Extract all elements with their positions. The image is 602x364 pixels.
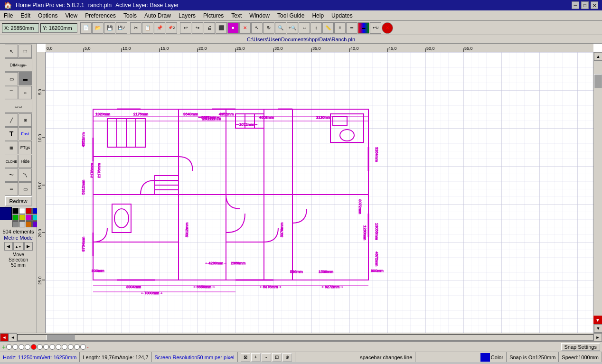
line-tool[interactable]: ╱	[5, 113, 18, 127]
scroll-up-button[interactable]: ▲	[594, 52, 602, 61]
zoom-in-status-button[interactable]: +	[251, 353, 261, 362]
color-button[interactable]: ▬	[358, 22, 369, 34]
color-white[interactable]	[19, 208, 25, 214]
menu-text[interactable]: Text	[227, 11, 245, 20]
zoom-reset-button[interactable]: ⊠	[241, 353, 250, 362]
flip-h-button[interactable]: ↔	[299, 22, 310, 34]
scroll-left-button[interactable]: ◄	[0, 333, 9, 342]
save-as-button[interactable]: 💾	[104, 22, 115, 34]
arc-tool[interactable]: ⌒	[5, 86, 18, 99]
clone-tool[interactable]: CLONE	[5, 155, 18, 168]
rotate-button[interactable]: ↻	[263, 22, 274, 34]
rect-select-tool[interactable]: ▭	[19, 182, 32, 196]
snap-circle-3[interactable]	[19, 344, 24, 350]
menu-layers[interactable]: Layers	[175, 11, 199, 20]
color-black[interactable]	[12, 208, 19, 214]
snap-remove-button[interactable]: -	[86, 343, 89, 351]
arrow-left[interactable]: ◀	[4, 242, 13, 251]
print2-button[interactable]: ⬛	[216, 22, 227, 34]
line-style-button[interactable]: ━	[346, 22, 357, 34]
menu-file[interactable]: File	[0, 11, 17, 20]
layers-button[interactable]: ≡	[334, 22, 346, 34]
new-button[interactable]: 📄	[80, 22, 92, 34]
paste2-button[interactable]: 📌2	[166, 22, 177, 34]
undo-button[interactable]: ↩	[180, 22, 191, 34]
canvas-area[interactable]: 0,0 5,0 10,0 15,0 20,0 25,0 30,0 35,0 40…	[37, 44, 602, 333]
snap-settings-button[interactable]: Snap Settings	[561, 343, 601, 351]
snap-circle-7[interactable]	[43, 344, 49, 350]
scroll-down-button[interactable]: ▼	[594, 324, 602, 333]
delete-button[interactable]: ✕	[239, 22, 251, 34]
solid-line-tool[interactable]: ━	[5, 182, 18, 196]
redo-button[interactable]: ↪	[192, 22, 203, 34]
color-red[interactable]	[26, 208, 32, 214]
zoom-button[interactable]: 🔍	[275, 22, 286, 34]
color-gray[interactable]	[12, 221, 19, 227]
snap-circle-4[interactable]	[25, 344, 30, 350]
curve-tool[interactable]: 〽	[19, 168, 32, 182]
color-green[interactable]	[12, 215, 19, 221]
zoom-fit-button[interactable]: ⊡	[272, 353, 282, 362]
marquee-tool[interactable]: ⬚	[19, 45, 32, 58]
menu-pictures[interactable]: Pictures	[199, 11, 227, 20]
snap-circle-8[interactable]	[49, 344, 55, 350]
snap-circle-11[interactable]	[68, 344, 74, 350]
rect-tool[interactable]: ▭	[5, 72, 18, 85]
zoom-in-button[interactable]: +🔍	[287, 22, 298, 34]
zoom-out-status-button[interactable]: -	[262, 353, 271, 362]
zoom-custom-button[interactable]: ⊕	[282, 353, 292, 362]
dim-tool[interactable]: DIM+sgn+	[5, 58, 32, 72]
fast-text-tool[interactable]: Fast	[19, 127, 32, 140]
pointer-tool[interactable]: ↖	[5, 45, 18, 58]
fill-button[interactable]: ■	[227, 22, 239, 34]
menu-tool-guide[interactable]: Tool Guide	[273, 11, 308, 20]
menu-window[interactable]: Window	[245, 11, 273, 20]
select-button[interactable]: ↖	[251, 22, 263, 34]
close-button[interactable]: ✕	[591, 1, 598, 9]
snap-circle-10[interactable]	[62, 344, 67, 350]
arrow-right[interactable]: ▶	[24, 242, 33, 251]
arrow-up-down[interactable]: ▲▼	[13, 242, 24, 251]
grid-tool[interactable]: ⊞	[19, 113, 32, 127]
snap-circle-5[interactable]	[31, 344, 37, 350]
snap-circle-2[interactable]	[12, 344, 18, 350]
menu-preferences[interactable]: Preferences	[81, 11, 120, 20]
open-button[interactable]: 📂	[92, 22, 103, 34]
color-indicator[interactable]	[480, 353, 490, 362]
snap-circle-9[interactable]	[56, 344, 61, 350]
redraw-button[interactable]: Redraw	[5, 196, 32, 206]
figs-tool[interactable]: FTgs	[19, 141, 32, 154]
copy-button[interactable]: 📋	[142, 22, 153, 34]
wave-tool[interactable]: 〜	[5, 168, 18, 182]
print-button[interactable]: 🖨	[204, 22, 215, 34]
floorplan-canvas[interactable]: 1920mm 2176mm 3648mm 4352mm 26112mm ←627…	[46, 52, 593, 333]
paste-button[interactable]: 📌	[154, 22, 165, 34]
color-magenta[interactable]	[26, 215, 32, 221]
menu-view[interactable]: View	[61, 11, 81, 20]
save-button[interactable]: 💾✓	[116, 22, 127, 34]
menu-edit[interactable]: Edit	[17, 11, 34, 20]
snap-circle-1[interactable]	[6, 344, 12, 350]
maximize-button[interactable]: □	[581, 1, 589, 9]
menu-options[interactable]: Options	[34, 11, 61, 20]
scroll-thumb[interactable]	[594, 74, 602, 88]
hide-tool[interactable]: Hide	[19, 155, 32, 168]
menu-auto-draw[interactable]: Auto Draw	[141, 11, 175, 20]
h-scrollbar-track[interactable]	[17, 334, 593, 341]
snap-circle-12[interactable]	[74, 344, 80, 350]
current-color[interactable]	[0, 207, 12, 220]
filled-rect-tool[interactable]: ▬	[19, 72, 32, 85]
snap-circle-13[interactable]	[80, 344, 86, 350]
flip-v-button[interactable]: ↕	[310, 22, 322, 34]
undo2-button[interactable]: ↩U	[370, 22, 381, 34]
close2-button[interactable]: ✕	[382, 22, 393, 34]
snap-circle-6[interactable]	[37, 344, 43, 350]
snap-add-button[interactable]: +	[2, 343, 6, 351]
menu-tools[interactable]: Tools	[120, 11, 141, 20]
wall-tool[interactable]: ▭▭	[5, 100, 32, 113]
scroll-right-button[interactable]: ►	[593, 333, 602, 342]
color-ltgray[interactable]	[19, 221, 25, 227]
h-scroll-thumb[interactable]	[47, 335, 75, 340]
color-orange[interactable]	[26, 221, 32, 227]
minimize-button[interactable]: ─	[572, 1, 579, 9]
